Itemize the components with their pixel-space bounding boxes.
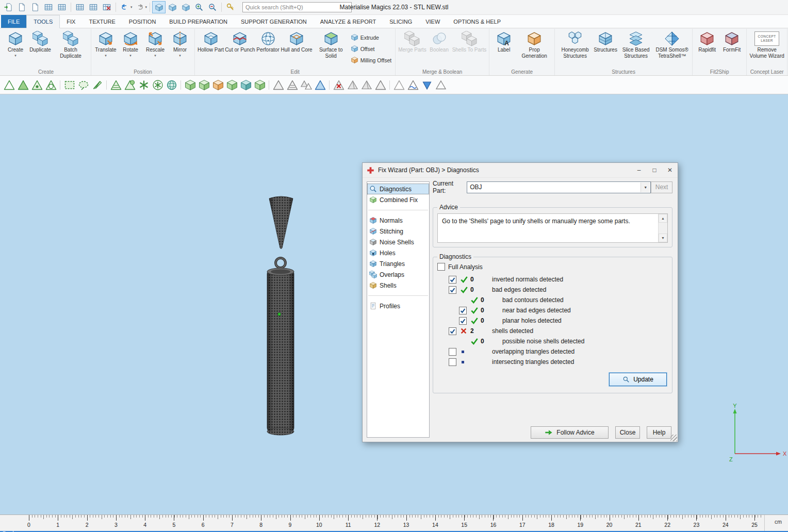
hull-and-core-button[interactable]: Hull and Core — [281, 29, 313, 54]
part-obj-model[interactable] — [255, 191, 312, 439]
sidebar-item-profiles[interactable]: Profiles — [367, 301, 429, 311]
cylinder-part[interactable] — [267, 268, 294, 435]
sidebar-item-normals[interactable]: Normals — [367, 215, 429, 226]
next-button[interactable]: Next — [651, 181, 672, 193]
import-part-icon[interactable] — [2, 1, 15, 13]
triangle-blue-icon[interactable] — [313, 78, 327, 92]
shells-to-parts-button[interactable]: Shells To Parts — [452, 29, 487, 54]
triangle-grid-icon[interactable] — [109, 78, 123, 92]
undo-icon[interactable] — [118, 1, 132, 13]
tab-build-preparation[interactable]: BUILD PREPARATION — [162, 15, 234, 28]
rotate-button[interactable]: Rotate▾ — [118, 29, 143, 58]
cube-teal-icon[interactable] — [239, 78, 253, 92]
pyramid-2-icon[interactable] — [359, 78, 373, 92]
help-button[interactable]: Help — [647, 426, 671, 439]
pyramid-icon[interactable] — [346, 78, 359, 92]
save-platform-icon[interactable] — [87, 1, 100, 13]
chevron-down-icon[interactable]: ▾ — [130, 5, 133, 9]
sidebar-item-holes[interactable]: Holes — [367, 247, 429, 258]
tab-analyze-report[interactable]: ANALYZE & REPORT — [314, 15, 383, 28]
hotkeys-icon[interactable] — [224, 1, 237, 13]
current-part-dropdown[interactable]: OBJ ▼ — [467, 181, 651, 193]
dsm-somos-tetrashell-button[interactable]: DSM Somos® TetraShell™ — [654, 29, 690, 60]
diagnostic-checkbox[interactable] — [459, 317, 467, 325]
rapidfit-button[interactable]: Rapidfit — [695, 29, 719, 54]
save-project-as-icon[interactable] — [55, 1, 69, 13]
sidebar-item-combined-fix[interactable]: Combined Fix — [367, 194, 429, 205]
cube-green-3-icon[interactable] — [225, 78, 239, 92]
open-project-icon[interactable] — [28, 1, 42, 13]
viewport-3d[interactable]: Y X Z Fix Wizard (Part: OBJ) > Diagnosti… — [0, 94, 788, 514]
sidebar-item-shells[interactable]: Shells — [367, 280, 429, 291]
diagnostic-checkbox[interactable] — [449, 358, 456, 366]
triangle-pair-icon[interactable] — [299, 78, 313, 92]
offset-button[interactable]: Offset — [351, 45, 392, 54]
label-button[interactable]: ALabel — [491, 29, 516, 54]
triangle-gray-icon[interactable] — [271, 78, 285, 92]
full-analysis-checkbox[interactable] — [437, 263, 445, 271]
triangle-marked-icon[interactable] — [30, 78, 44, 92]
diagnostic-checkbox[interactable] — [449, 348, 456, 356]
formfit-button[interactable]: FormFit — [719, 29, 744, 54]
minimize-button[interactable]: – — [631, 163, 647, 177]
prop-generation-button[interactable]: Prop Generation — [516, 29, 552, 60]
zoom-to-selection-icon[interactable] — [152, 1, 166, 13]
tab-position[interactable]: POSITION — [122, 15, 163, 28]
lasso-select-icon[interactable] — [76, 78, 90, 92]
save-project-icon[interactable] — [42, 1, 55, 13]
diagnostic-checkbox[interactable] — [449, 286, 456, 294]
follow-advice-button[interactable]: Follow Advice — [531, 426, 609, 439]
diagnostic-checkbox[interactable] — [449, 327, 456, 335]
star-mark-icon[interactable] — [137, 78, 151, 92]
rescale-button[interactable]: Rescale▾ — [143, 29, 168, 58]
diagnostic-checkbox[interactable] — [459, 307, 467, 314]
tab-view[interactable]: VIEW — [419, 15, 447, 28]
cut-or-punch-button[interactable]: Cut or Punch — [224, 29, 255, 54]
remove-volume-wizard-button[interactable]: CONCEPT LASERRemove Volume Wizard — [749, 29, 785, 60]
slice-based-structures-button[interactable]: Slice Based Structures — [618, 29, 654, 60]
zoom-in-icon[interactable] — [192, 1, 206, 13]
zoom-window-icon[interactable] — [206, 1, 219, 13]
cone-part[interactable] — [269, 196, 293, 249]
triangle-delete-icon[interactable] — [332, 78, 346, 92]
structures-button[interactable]: Structures — [593, 29, 618, 54]
advice-scrollbar[interactable]: ▲ ▼ — [658, 214, 667, 242]
polyline-select-icon[interactable] — [90, 78, 104, 92]
tab-tools[interactable]: TOOLS — [26, 15, 60, 28]
maximize-button[interactable]: □ — [647, 163, 662, 177]
merge-parts-button[interactable]: Merge Parts — [398, 29, 426, 54]
scroll-down-icon[interactable]: ▼ — [659, 234, 667, 242]
triangle-white-icon[interactable] — [392, 78, 406, 92]
extrude-button[interactable]: Extrude — [351, 34, 392, 42]
triangle-wave-icon[interactable] — [406, 78, 420, 92]
honeycomb-structures-button[interactable]: Honeycomb Structures — [557, 29, 593, 60]
update-button[interactable]: Update — [609, 373, 667, 386]
sidebar-item-overlaps[interactable]: Overlaps — [367, 269, 429, 280]
scroll-up-icon[interactable]: ▲ — [659, 214, 667, 223]
boolean-button[interactable]: Boolean — [427, 29, 452, 54]
cube-green-2-icon[interactable] — [197, 78, 211, 92]
rectangle-select-icon[interactable] — [62, 78, 76, 92]
diagnostic-checkbox[interactable] — [449, 276, 456, 284]
hollow-part-button[interactable]: Hollow Part — [197, 29, 224, 54]
triangle-filled-icon[interactable] — [16, 78, 30, 92]
view-rotate-icon[interactable] — [166, 1, 179, 13]
chevron-down-icon[interactable]: ▾ — [145, 5, 147, 9]
resize-grip[interactable] — [670, 435, 677, 441]
brush-select-icon[interactable] — [123, 78, 137, 92]
sidebar-item-noise-shells[interactable]: Noise Shells — [367, 237, 429, 247]
close-platform-icon[interactable] — [100, 1, 113, 13]
new-project-icon[interactable] — [15, 1, 28, 13]
tab-file[interactable]: FILE — [1, 15, 26, 28]
close-dialog-button[interactable]: Close — [615, 426, 640, 439]
create-button[interactable]: Create▾ — [3, 29, 28, 58]
redo-icon[interactable] — [133, 1, 146, 13]
cube-orange-icon[interactable] — [211, 78, 225, 92]
tab-support-generation[interactable]: SUPPORT GENERATION — [234, 15, 314, 28]
perforator-button[interactable]: Perforator — [256, 29, 281, 54]
globe-mark-icon[interactable] — [165, 78, 178, 92]
triangle-circle-icon[interactable] — [44, 78, 58, 92]
triangle-outline-icon[interactable] — [2, 78, 16, 92]
triangle-hatched-icon[interactable] — [285, 78, 299, 92]
tab-slicing[interactable]: SLICING — [383, 15, 419, 28]
